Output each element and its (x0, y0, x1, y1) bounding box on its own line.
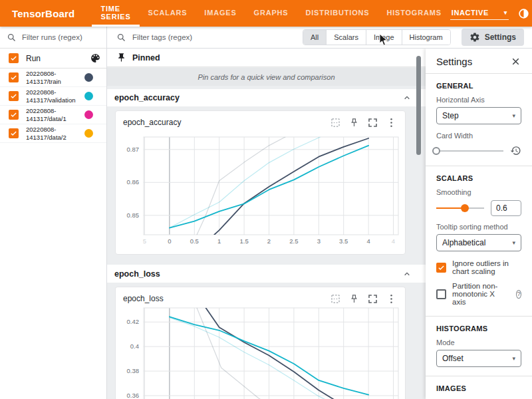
palette-icon[interactable] (90, 53, 101, 64)
slider-thumb[interactable] (461, 204, 469, 212)
smoothing-label: Smoothing (436, 188, 521, 196)
run-checkbox[interactable] (9, 91, 19, 101)
check-icon (438, 264, 445, 271)
pin-hint-banner: Pin cards for a quick view and compariso… (107, 68, 426, 86)
run-name: 20220808-141317/train (26, 70, 84, 85)
reload-status-value: INACTIVE (452, 9, 489, 17)
run-checkbox[interactable] (9, 128, 19, 138)
tag-toolbar: Filter tags (regex) All Scalars Image Hi… (107, 27, 532, 49)
search-icon (116, 33, 126, 43)
filter-runs-input[interactable]: Filter runs (regex) (0, 27, 106, 49)
app-title: TensorBoard (12, 8, 74, 19)
svg-text:0.4: 0.4 (130, 342, 139, 350)
tab-distributions[interactable]: DISTRIBUTIONS (297, 0, 378, 27)
smoothing-value-input[interactable]: 0.6 (491, 200, 521, 216)
svg-text:0.85: 0.85 (127, 211, 140, 219)
run-checkbox[interactable] (9, 72, 19, 82)
filter-tags-placeholder: Filter tags (regex) (132, 33, 192, 41)
partition-x-axis-row[interactable]: Partition non-monotonic X axis ? (436, 282, 521, 306)
card-width-label: Card Width (436, 132, 521, 140)
ignore-outliers-checkbox[interactable] (436, 263, 446, 273)
pinned-title: Pinned (132, 53, 160, 63)
images-heading: IMAGES (436, 384, 521, 392)
chip-histogram[interactable]: Histogram (402, 30, 450, 45)
scalar-card-epoch-accuracy: epoch_accuracy 500.511.522.533.5440.850.… (115, 110, 406, 255)
epoch-accuracy-chart[interactable]: 500.511.522.533.5440.850.860.87 (116, 111, 405, 254)
slider-thumb[interactable] (432, 147, 440, 155)
check-icon (10, 55, 17, 62)
horizontal-axis-select[interactable]: Step ▾ (436, 107, 521, 124)
section-header-epoch-accuracy[interactable]: epoch_accuracy (107, 89, 426, 106)
partition-x-axis-checkbox[interactable] (436, 289, 446, 299)
section-title: epoch_accuracy (114, 93, 180, 102)
run-row[interactable]: 20220808-141317/data/2 (0, 124, 106, 143)
smoothing-slider[interactable] (436, 203, 484, 213)
settings-panel-title: Settings (436, 56, 472, 67)
check-icon (10, 74, 17, 81)
chip-scalars[interactable]: Scalars (326, 30, 366, 45)
svg-text:0.5: 0.5 (190, 237, 199, 245)
run-row[interactable]: 20220808-141317/validation (0, 87, 106, 106)
chip-all[interactable]: All (303, 30, 326, 45)
run-row[interactable]: 20220808-141317/train (0, 68, 106, 87)
pinned-section-header: Pinned (107, 49, 426, 67)
svg-text:2.5: 2.5 (289, 237, 298, 245)
main-nav-tabs: TIME SERIES SCALARS IMAGES GRAPHS DISTRI… (92, 0, 450, 27)
tab-time-series[interactable]: TIME SERIES (92, 0, 139, 27)
run-color-dot (84, 110, 93, 119)
svg-text:5: 5 (143, 237, 146, 245)
scalar-card-epoch-loss: epoch_loss 500.511.522.533.5440.420.40.3… (115, 287, 406, 399)
divider (426, 376, 532, 376)
search-icon (7, 33, 17, 43)
svg-text:0.42: 0.42 (127, 318, 140, 325)
check-icon (10, 130, 17, 137)
settings-button[interactable]: Settings (462, 29, 524, 46)
svg-text:0.86: 0.86 (127, 178, 140, 186)
chevron-down-icon: ▾ (512, 112, 515, 119)
run-name: 20220808-141317/data/1 (26, 107, 84, 122)
help-icon[interactable]: ? (516, 290, 521, 299)
svg-text:3: 3 (317, 237, 321, 245)
tab-histograms[interactable]: HISTOGRAMS (378, 0, 450, 27)
chevron-down-icon: ▾ (504, 9, 507, 16)
scalars-heading: SCALARS (436, 174, 521, 182)
contrast-icon[interactable] (517, 7, 530, 20)
tag-type-filter-group: All Scalars Image Histogram (303, 29, 451, 45)
tab-graphs[interactable]: GRAPHS (245, 0, 297, 27)
reset-icon[interactable] (510, 145, 521, 156)
gear-icon (469, 32, 480, 43)
tooltip-sorting-select[interactable]: Alphabetical ▾ (436, 234, 521, 251)
runs-column-header: Run (26, 54, 90, 63)
settings-button-label: Settings (485, 33, 516, 42)
horizontal-axis-value: Step (442, 111, 459, 120)
svg-text:0: 0 (168, 237, 171, 245)
divider (426, 73, 532, 74)
section-header-epoch-loss[interactable]: epoch_loss (107, 265, 426, 283)
svg-text:0.87: 0.87 (127, 146, 140, 153)
histograms-heading: HISTOGRAMS (436, 325, 521, 332)
chip-image[interactable]: Image (366, 30, 402, 45)
epoch-loss-chart[interactable]: 500.511.522.533.5440.420.40.380.36 (116, 287, 405, 399)
chevron-up-icon[interactable] (402, 92, 412, 103)
pin-hint-text: Pin cards for a quick view and compariso… (198, 73, 334, 81)
filter-tags-input[interactable]: Filter tags (regex) (116, 33, 303, 43)
run-checkbox[interactable] (9, 110, 19, 120)
run-row[interactable]: 20220808-141317/data/1 (0, 106, 106, 124)
svg-text:1.5: 1.5 (239, 237, 248, 245)
select-all-runs-checkbox[interactable] (9, 53, 19, 63)
reload-status-dropdown[interactable]: INACTIVE ▾ (450, 7, 509, 20)
filter-runs-placeholder: Filter runs (regex) (22, 33, 82, 41)
tab-images[interactable]: IMAGES (196, 0, 245, 27)
horizontal-axis-label: Horizontal Axis (436, 96, 521, 104)
svg-text:2: 2 (267, 237, 271, 245)
chevron-up-icon[interactable] (402, 269, 412, 279)
runs-table-header: Run (0, 49, 106, 68)
card-width-slider[interactable] (436, 146, 503, 156)
tab-scalars[interactable]: SCALARS (140, 0, 196, 27)
main-scrollbar-thumb[interactable] (416, 56, 421, 155)
tooltip-sorting-value: Alphabetical (442, 238, 485, 247)
close-icon[interactable] (510, 56, 521, 67)
histogram-mode-select[interactable]: Offset ▾ (436, 350, 521, 367)
svg-text:0.36: 0.36 (127, 392, 140, 399)
ignore-outliers-row[interactable]: Ignore outliers in chart scaling (436, 259, 521, 275)
